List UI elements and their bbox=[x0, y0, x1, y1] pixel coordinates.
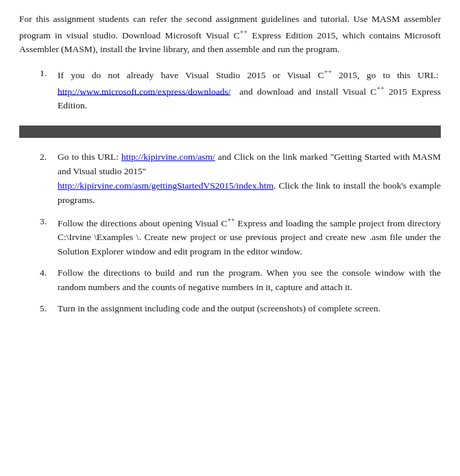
intro-text: For this assignment students can refer t… bbox=[19, 12, 441, 57]
url-link-2a[interactable]: http://kipirvine.com/asm/ bbox=[121, 152, 215, 162]
instructions-list: 1. If you do not already have Visual Stu… bbox=[19, 67, 441, 113]
item-content: Follow the directions about opening Visu… bbox=[58, 215, 441, 259]
url-link-2b[interactable]: http://kipirvine.com/asm/gettingStartedV… bbox=[58, 180, 274, 191]
instructions-list-2: 2. Go to this URL: http://kipirvine.com/… bbox=[19, 150, 441, 316]
item-content: Follow the directions to build and run t… bbox=[58, 266, 441, 295]
list-item: 2. Go to this URL: http://kipirvine.com/… bbox=[19, 150, 441, 208]
item-number: 2. bbox=[19, 150, 58, 208]
item-number: 5. bbox=[19, 302, 58, 316]
divider bbox=[19, 126, 441, 138]
item-number: 1. bbox=[19, 67, 58, 113]
list-item: 1. If you do not already have Visual Stu… bbox=[19, 67, 441, 113]
item-content: Turn in the assignment including code an… bbox=[58, 302, 441, 316]
list-item: 4. Follow the directions to build and ru… bbox=[19, 266, 441, 295]
item-content: If you do not already have Visual Studio… bbox=[58, 67, 441, 113]
item-content: Go to this URL: http://kipirvine.com/asm… bbox=[58, 150, 441, 208]
item-number: 3. bbox=[19, 215, 58, 259]
item-number: 4. bbox=[19, 266, 58, 295]
page: For this assignment students can refer t… bbox=[0, 0, 460, 335]
list-item: 5. Turn in the assignment including code… bbox=[19, 302, 441, 316]
url-link-1[interactable]: http://www.microsoft.com/express/downloa… bbox=[58, 86, 231, 96]
list-item: 3. Follow the directions about opening V… bbox=[19, 215, 441, 259]
